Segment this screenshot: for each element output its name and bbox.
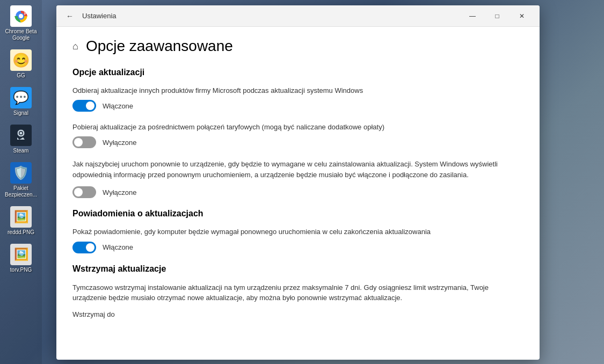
desktop-icon-torv[interactable]: 🖼️ torv.PNG (2, 241, 40, 276)
chrome-beta-label: Chrome Beta Google (4, 28, 38, 41)
maximize-button[interactable]: □ (485, 8, 510, 25)
setting-metered-connections: Pobieraj aktualizacje za pośrednictwem p… (72, 122, 523, 148)
gg-label: GG (17, 72, 25, 79)
desktop-icon-steam[interactable]: Steam (2, 122, 40, 157)
toggle-knob (74, 188, 83, 196)
restart-required-toggle[interactable] (72, 186, 96, 198)
title-bar: ← Ustawienia — □ ✕ (56, 5, 540, 27)
desktop-icon-chrome-beta[interactable]: β Chrome Beta Google (2, 3, 40, 44)
toggle-knob (74, 138, 83, 147)
section-title-pause-updates: Wstrzymaj aktualizacje (72, 264, 523, 274)
microsoft-products-toggle[interactable] (72, 100, 96, 112)
desktop-taskbar: β Chrome Beta Google 😊 GG 💬 Signal (0, 0, 42, 364)
back-button[interactable]: ← (62, 8, 78, 24)
desktop-icon-signal[interactable]: 💬 Signal (2, 84, 40, 119)
page-title: Opcje zaawansowane (86, 38, 233, 55)
setting-pause-desc: Tymczasowo wstrzymaj instalowanie aktual… (72, 282, 523, 319)
section-update-options: Opcje aktualizacji Odbieraj aktualizacje… (72, 68, 523, 198)
desktop-icon-gg[interactable]: 😊 GG (2, 47, 40, 82)
pause-until-label: Wstrzymaj do (72, 310, 523, 319)
metered-connections-desc: Pobieraj aktualizacje za pośrednictwem p… (72, 122, 523, 132)
svg-text:β: β (24, 10, 27, 15)
setting-restart-notification: Pokaż powiadomienie, gdy komputer będzie… (72, 227, 523, 253)
setting-microsoft-products: Odbieraj aktualizacje innych produktów f… (72, 86, 523, 112)
restart-notification-toggle-row: Włączone (72, 242, 523, 253)
window-controls: — □ ✕ (460, 8, 534, 25)
restart-required-toggle-row: Wyłączone (72, 186, 523, 198)
microsoft-products-toggle-row: Włączone (72, 100, 523, 112)
microsoft-products-desc: Odbieraj aktualizacje innych produktów f… (72, 86, 523, 96)
page-content: ⌂ Opcje zaawansowane Opcje aktualizacji … (56, 27, 540, 360)
restart-notification-desc: Pokaż powiadomienie, gdy komputer będzie… (72, 227, 523, 237)
close-button[interactable]: ✕ (510, 8, 534, 25)
metered-connections-toggle[interactable] (72, 136, 96, 148)
section-title-notifications: Powiadomienia o aktualizacjach (72, 209, 523, 219)
restart-notification-toggle-label: Włączone (103, 243, 133, 251)
metered-connections-toggle-label: Wyłączone (103, 139, 136, 147)
steam-label: Steam (13, 148, 29, 154)
pause-desc-text: Tymczasowo wstrzymaj instalowanie aktual… (72, 282, 523, 303)
minimize-button[interactable]: — (460, 8, 485, 25)
torv-icon: 🖼️ (10, 244, 32, 265)
torv-label: torv.PNG (10, 267, 32, 273)
gg-icon: 😊 (10, 49, 32, 71)
section-pause-updates: Wstrzymaj aktualizacje Tymczasowo wstrzy… (72, 264, 523, 319)
section-title-update-options: Opcje aktualizacji (72, 68, 523, 77)
desktop-icon-pakiet[interactable]: 🛡️ Pakiet Bezpieczen... (2, 159, 40, 201)
chrome-beta-icon: β (10, 5, 32, 27)
steam-icon (10, 125, 32, 146)
setting-restart-required: Jak najszybciej uruchom ponownie to urzą… (72, 159, 523, 198)
section-notifications: Powiadomienia o aktualizacjach Pokaż pow… (72, 209, 523, 253)
toggle-knob (86, 243, 94, 252)
home-icon[interactable]: ⌂ (72, 41, 78, 52)
svg-point-2 (19, 14, 23, 18)
page-header: ⌂ Opcje zaawansowane (72, 38, 523, 55)
toggle-knob (86, 101, 94, 110)
metered-connections-toggle-row: Wyłączone (72, 136, 523, 148)
desktop: β Chrome Beta Google 😊 GG 💬 Signal (0, 0, 604, 364)
restart-required-desc: Jak najszybciej uruchom ponownie to urzą… (72, 159, 523, 180)
desktop-icon-reddd[interactable]: 🖼️ reddd.PNG (2, 203, 40, 238)
pakiet-label: Pakiet Bezpieczen... (4, 185, 38, 198)
window-title: Ustawienia (82, 12, 460, 20)
settings-window: ← Ustawienia — □ ✕ ⌂ Opcje zaawansowane … (56, 5, 540, 360)
signal-icon: 💬 (10, 87, 32, 108)
pakiet-icon: 🛡️ (10, 162, 32, 184)
svg-point-7 (20, 132, 23, 135)
reddd-icon: 🖼️ (10, 206, 32, 228)
restart-required-toggle-label: Wyłączone (103, 188, 136, 196)
reddd-label: reddd.PNG (8, 229, 34, 236)
signal-label: Signal (13, 110, 28, 117)
microsoft-products-toggle-label: Włączone (103, 102, 133, 110)
restart-notification-toggle[interactable] (72, 242, 96, 253)
